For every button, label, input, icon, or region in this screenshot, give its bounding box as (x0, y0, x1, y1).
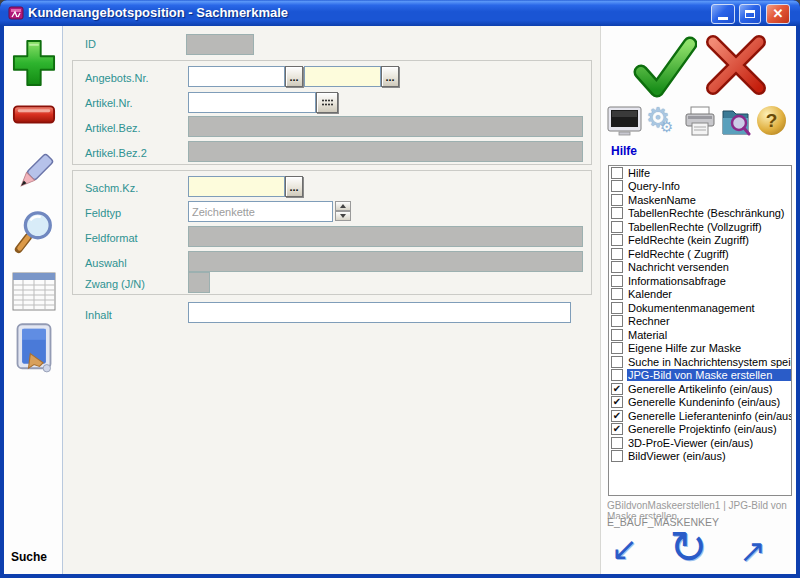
main-form: ID Angebots.Nr. ... ... Artikel.Nr. Arti… (63, 26, 600, 574)
angebots-nr-browse-button[interactable]: ... (285, 66, 303, 87)
help-item[interactable]: Dokumentenmanagement (609, 301, 791, 315)
help-item[interactable]: Nachricht versenden (609, 261, 791, 275)
refresh-button[interactable]: ↻ (669, 520, 708, 574)
help-item[interactable]: Material (609, 328, 791, 342)
feldtyp-label: Feldtyp (85, 207, 121, 219)
help-item[interactable]: ✔Generelle Projektinfo (ein/aus) (609, 423, 791, 437)
print-button[interactable] (683, 106, 717, 137)
screen-button[interactable] (607, 106, 642, 136)
help-item-label: Informationsabfrage (627, 275, 791, 287)
feldformat-label: Feldformat (85, 232, 138, 244)
refresh-icon: ↻ (669, 521, 708, 573)
close-button[interactable]: ✕ (766, 4, 790, 24)
help-item[interactable]: Rechner (609, 315, 791, 329)
help-item[interactable]: BildViewer (ein/aus) (609, 450, 791, 464)
help-item[interactable]: JPG-Bild von Maske erstellen (609, 369, 791, 383)
help-item[interactable]: FeldRechte (kein Zugriff) (609, 234, 791, 248)
table-button[interactable] (12, 272, 56, 312)
checkbox-icon[interactable] (611, 369, 623, 381)
inhalt-input[interactable] (188, 302, 571, 323)
arrow-back-button[interactable]: ↙ (611, 530, 638, 568)
maximize-button[interactable] (739, 4, 761, 24)
help-item-label: Suche in Nachrichtensystem speich (627, 356, 791, 368)
spin-up-button[interactable] (335, 201, 351, 211)
help-item[interactable]: TabellenRechte (Vollzugriff) (609, 220, 791, 234)
help-item[interactable]: MaskenName (609, 193, 791, 207)
help-item-label: Generelle Projektinfo (ein/aus) (627, 423, 791, 435)
status-line-1: GBildvonMaskeerstellen1 | JPG-Bild von (607, 500, 793, 511)
checkbox-icon[interactable] (611, 437, 623, 449)
checkbox-icon[interactable] (611, 261, 623, 273)
help-item[interactable]: Suche in Nachrichtensystem speich (609, 355, 791, 369)
checkbox-icon[interactable] (611, 315, 623, 327)
sachm-kz-browse-button[interactable]: ... (285, 176, 303, 197)
sidebar: Suche (4, 26, 63, 574)
checkbox-checked-icon[interactable]: ✔ (611, 410, 623, 422)
checkbox-icon[interactable] (611, 342, 623, 354)
search-button[interactable] (12, 208, 56, 258)
checkbox-icon[interactable] (611, 302, 623, 314)
help-item[interactable]: Eigene Hilfe zur Maske (609, 342, 791, 356)
artikel-bez2-field (188, 141, 583, 162)
angebots-pos-browse-button[interactable]: ... (381, 66, 399, 87)
help-item-label: JPG-Bild von Maske erstellen (627, 369, 791, 381)
inhalt-label: Inhalt (85, 309, 112, 321)
checkbox-icon[interactable] (611, 450, 623, 462)
help-item-label: FeldRechte ( Zugriff) (627, 248, 791, 260)
settings-button[interactable]: ⚙ ⚙ (646, 106, 678, 138)
help-item[interactable]: ✔Generelle Lieferanteninfo (ein/aus) (609, 409, 791, 423)
auswahl-field (188, 251, 583, 272)
chevron-down-icon (340, 214, 346, 218)
help-item[interactable]: Hilfe (609, 166, 791, 180)
help-item[interactable]: Informationsabfrage (609, 274, 791, 288)
cancel-button[interactable] (701, 32, 771, 98)
artikel-nr-input[interactable] (188, 92, 316, 113)
checkbox-icon[interactable] (611, 167, 623, 179)
id-label: ID (85, 38, 96, 50)
window-icon[interactable] (8, 5, 24, 21)
help-item[interactable]: ✔Generelle Kundeninfo (ein/aus) (609, 396, 791, 410)
checkbox-checked-icon[interactable]: ✔ (611, 383, 623, 395)
feldtyp-input[interactable] (188, 201, 333, 222)
checkbox-checked-icon[interactable]: ✔ (611, 396, 623, 408)
help-item[interactable]: ✔Generelle Artikelinfo (ein/aus) (609, 382, 791, 396)
help-item[interactable]: FeldRechte ( Zugriff) (609, 247, 791, 261)
checkbox-icon[interactable] (611, 248, 623, 260)
help-item[interactable]: Query-Info (609, 180, 791, 194)
help-item-label: Material (627, 329, 791, 341)
minimize-button[interactable] (711, 4, 735, 24)
angebots-nr-input[interactable] (188, 66, 285, 87)
window-title: Kundenangebotsposition - Sachmerkmale (28, 5, 288, 20)
checkbox-icon[interactable] (611, 180, 623, 192)
help-item[interactable]: Kalender (609, 288, 791, 302)
delete-button[interactable] (12, 102, 56, 128)
confirm-button[interactable] (633, 36, 697, 98)
checkbox-icon[interactable] (611, 275, 623, 287)
checkbox-icon[interactable] (611, 288, 623, 300)
artikel-nr-grid-button[interactable] (316, 92, 338, 113)
help-item[interactable]: 3D-ProE-Viewer (ein/aus) (609, 436, 791, 450)
help-checkbox-list[interactable]: HilfeQuery-InfoMaskenNameTabellenRechte … (608, 165, 792, 496)
document-search-button[interactable] (720, 106, 751, 137)
checkbox-icon[interactable] (611, 234, 623, 246)
checkbox-checked-icon[interactable]: ✔ (611, 423, 623, 435)
edit-button[interactable] (12, 148, 56, 198)
checkbox-icon[interactable] (611, 356, 623, 368)
help-panel-title: Hilfe (611, 144, 637, 158)
app-window: Kundenangebotsposition - Sachmerkmale ✕ (0, 0, 800, 578)
select-screen-button[interactable] (12, 320, 56, 378)
help-item-label: Generelle Lieferanteninfo (ein/aus) (627, 410, 791, 422)
spin-down-button[interactable] (335, 211, 351, 221)
checkbox-icon[interactable] (611, 329, 623, 341)
help-item[interactable]: TabellenRechte (Beschränkung) (609, 207, 791, 221)
angebots-pos-input[interactable] (304, 66, 381, 87)
arrow-up-right-icon: ↗ (739, 533, 766, 569)
checkbox-icon[interactable] (611, 194, 623, 206)
add-button[interactable] (12, 36, 56, 90)
sachm-kz-input[interactable] (188, 176, 285, 197)
grid-dots-icon (321, 98, 334, 107)
arrow-forward-button[interactable]: ↗ (739, 532, 766, 570)
checkbox-icon[interactable] (611, 207, 623, 219)
help-button[interactable]: ? (757, 106, 786, 135)
checkbox-icon[interactable] (611, 221, 623, 233)
